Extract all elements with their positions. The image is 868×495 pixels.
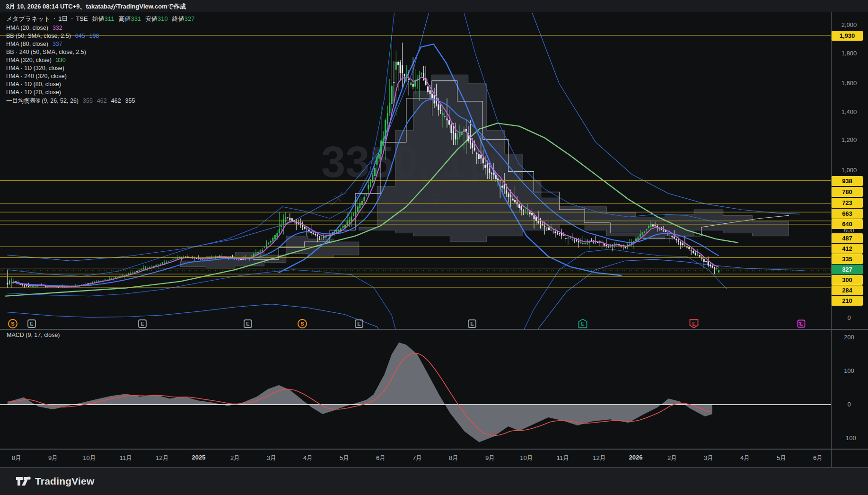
separator-dot: ・	[69, 15, 75, 22]
indicator-value: 462	[111, 97, 121, 104]
event-marker-s[interactable]: S	[297, 318, 307, 329]
macd-scale-label: 200	[832, 334, 867, 341]
indicator-row[interactable]: BB (50, SMA, close, 2.5)645198	[6, 33, 195, 41]
indicator-row[interactable]: HMA · 240 (320, close)	[6, 73, 195, 81]
svg-text:E: E	[581, 321, 585, 327]
svg-text:S: S	[11, 321, 15, 327]
month-axis-label[interactable]: 4月	[728, 454, 762, 462]
macd-scale-label: 0	[832, 401, 867, 408]
month-axis-label[interactable]: 10月	[73, 454, 106, 462]
ohlc-value: 327	[184, 15, 195, 22]
price-scale-label: 1,400	[832, 108, 867, 115]
month-axis-label[interactable]: 11月	[546, 454, 579, 462]
event-marker-s[interactable]: S	[8, 318, 18, 329]
month-axis-label[interactable]: 2月	[656, 454, 689, 462]
hma20-line[interactable]	[12, 77, 719, 287]
month-axis-label[interactable]: 3月	[692, 454, 725, 462]
indicator-row[interactable]: HMA (20, close)332	[6, 25, 195, 33]
ohlc-value: 311	[105, 15, 114, 22]
indicator-row[interactable]: HMA · 1D (80, close)	[6, 81, 195, 89]
tradingview-logo-icon[interactable]	[15, 474, 31, 489]
indicator-value: 337	[53, 41, 62, 47]
month-axis-label[interactable]: 12月	[146, 454, 179, 462]
svg-text:E: E	[30, 321, 34, 327]
month-axis-label[interactable]: 8月	[437, 454, 470, 462]
ohlc-value: 331	[131, 15, 141, 22]
pane-separator[interactable]	[0, 329, 868, 330]
event-marker-e[interactable]: E	[243, 318, 253, 329]
month-axis-label[interactable]: 4月	[291, 454, 324, 462]
indicator-row[interactable]: 一目均衡表® (9, 26, 52, 26)355462462355	[6, 97, 195, 105]
month-axis-label[interactable]: 5月	[328, 454, 361, 462]
month-axis-label[interactable]: 10月	[510, 454, 543, 462]
tradingview-brand-text[interactable]: TradingView	[35, 476, 95, 487]
current-price-badge: 327	[832, 265, 863, 274]
month-axis-label[interactable]: 9月	[36, 454, 70, 462]
price-level-badge: 284	[832, 285, 863, 295]
indicator-value: 462	[97, 97, 107, 104]
macd-signal-line[interactable]	[8, 354, 711, 436]
event-marker-e[interactable]: E	[137, 318, 148, 329]
indicator-label: HMA (80, close)	[6, 41, 48, 47]
price-level-badge: 335	[832, 254, 863, 264]
svg-text:E: E	[470, 321, 473, 327]
price-level-badge: 412	[832, 244, 863, 254]
exchange-label: TSE	[76, 15, 88, 22]
month-axis-label[interactable]: 7月	[401, 454, 434, 462]
year-axis-label[interactable]: 2026	[619, 454, 652, 461]
price-level-badge: 210	[832, 296, 863, 306]
ohlc-label: 高値	[118, 15, 131, 22]
indicator-row[interactable]: HMA (80, close)337	[6, 41, 195, 49]
macd-scale-label: 100	[832, 367, 867, 374]
event-marker-e[interactable]: E	[354, 318, 364, 329]
month-axis-label[interactable]: 6月	[364, 454, 397, 462]
year-axis-label[interactable]: 2025	[182, 454, 215, 461]
bb-lower-a-line[interactable]	[8, 270, 406, 369]
price-level-badge: 487	[832, 233, 863, 243]
month-axis-label[interactable]: 9月	[473, 454, 507, 462]
price-level-badge: 780	[832, 187, 863, 197]
month-axis-label[interactable]: 11月	[109, 454, 142, 462]
ohlc-label: 安値	[145, 15, 158, 22]
event-marker-e[interactable]: E	[578, 318, 588, 329]
price-scale-label: 1,000	[832, 167, 867, 174]
event-marker-e[interactable]: E	[689, 318, 699, 329]
svg-text:S: S	[301, 321, 304, 327]
indicator-label: HMA (320, close)	[6, 57, 52, 63]
month-axis-label[interactable]: 8月	[0, 454, 33, 462]
svg-text:E: E	[357, 321, 360, 327]
ohlc-label: 始値	[92, 15, 105, 22]
month-axis-label[interactable]: 5月	[765, 454, 798, 462]
indicator-label: BB · 240 (50, SMA, close, 2.5)	[6, 49, 86, 55]
indicator-row[interactable]: HMA (320, close)330	[6, 57, 195, 65]
price-level-badge: 1,930	[832, 31, 863, 41]
bb240-lower-a-line[interactable]	[8, 304, 403, 370]
price-scale-label: 0	[832, 314, 867, 321]
month-axis-label[interactable]: 3月	[255, 454, 288, 462]
bb-lower-b-line[interactable]	[512, 249, 727, 355]
macd-scale-label: −100	[832, 434, 867, 442]
indicator-row[interactable]: HMA · 1D (20, close)	[6, 89, 195, 97]
macd-legend[interactable]: MACD (9, 17, close)	[7, 332, 60, 338]
price-scale-label: 1,200	[832, 136, 867, 143]
month-axis-label[interactable]: 2月	[219, 454, 252, 462]
month-axis-label[interactable]: 12月	[583, 454, 616, 462]
bb240-upper-b-line[interactable]	[523, 0, 799, 214]
price-level-badge: 640	[832, 219, 863, 229]
svg-text:E: E	[800, 321, 803, 327]
indicator-label: HMA · 240 (320, close)	[6, 73, 67, 80]
event-marker-e[interactable]: E	[796, 318, 807, 329]
price-level-badge: 300	[832, 275, 863, 285]
indicator-value: 645	[75, 33, 85, 39]
indicator-row[interactable]: HMA · 1D (320, close)	[6, 65, 195, 73]
interval-label: 1日	[58, 15, 68, 22]
indicator-row[interactable]: BB · 240 (50, SMA, close, 2.5)	[6, 49, 195, 57]
price-level-badge: 723	[832, 198, 863, 208]
symbol-title-row[interactable]: メタプラネット・1日・TSE始値311高値331安値310終値327	[6, 15, 195, 25]
indicator-label: HMA · 1D (80, close)	[6, 81, 61, 88]
event-marker-e[interactable]: E	[467, 318, 477, 329]
hma80-line[interactable]	[16, 99, 719, 286]
indicator-value: 332	[53, 25, 62, 31]
event-marker-e[interactable]: E	[26, 318, 37, 329]
month-axis-label[interactable]: 6月	[801, 454, 834, 462]
